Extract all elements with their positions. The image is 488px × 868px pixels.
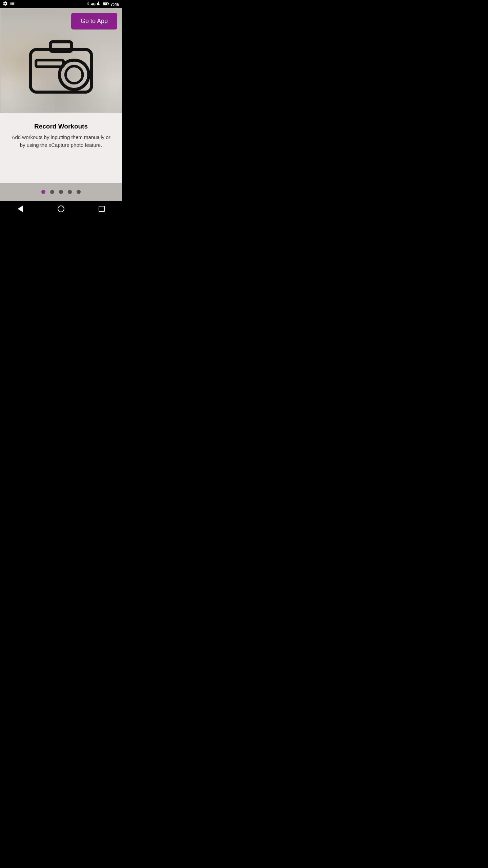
status-time: 7:46 — [110, 2, 119, 7]
go-to-app-button[interactable]: Go to App — [71, 13, 117, 29]
svg-rect-4 — [50, 42, 72, 52]
status-bar: 4G 7:46 — [0, 0, 122, 8]
dots-indicator-bar — [0, 183, 122, 201]
dot-3[interactable] — [59, 190, 63, 194]
dot-1[interactable] — [41, 190, 45, 194]
home-button[interactable] — [54, 202, 68, 216]
home-icon — [58, 205, 64, 212]
camera-icon — [24, 33, 98, 95]
signal-bars-icon — [97, 1, 102, 7]
bluetooth-icon — [86, 1, 90, 7]
content-description: Add workouts by inputting them manually … — [10, 134, 112, 149]
recents-icon — [99, 206, 105, 212]
content-title: Record Workouts — [34, 123, 88, 130]
gear-icon — [3, 1, 8, 7]
battery-icon — [103, 1, 109, 7]
back-icon — [18, 205, 23, 212]
svg-rect-2 — [103, 3, 107, 5]
checklist-icon — [10, 1, 15, 7]
nav-bar — [0, 201, 122, 217]
content-section: Record Workouts Add workouts by inputtin… — [0, 113, 122, 183]
dot-4[interactable] — [68, 190, 72, 194]
dot-5[interactable] — [77, 190, 81, 194]
dot-2[interactable] — [50, 190, 54, 194]
4g-signal-icon: 4G — [91, 2, 96, 6]
svg-rect-1 — [108, 3, 109, 4]
svg-point-7 — [66, 66, 83, 83]
hero-section: Go to App — [0, 8, 122, 113]
recents-button[interactable] — [95, 202, 108, 216]
status-bar-left — [3, 1, 15, 7]
svg-point-6 — [60, 60, 89, 89]
svg-rect-5 — [36, 60, 63, 67]
status-bar-right: 4G 7:46 — [86, 1, 119, 7]
back-button[interactable] — [14, 202, 27, 216]
screen: 4G 7:46 Go to App — [0, 0, 122, 217]
